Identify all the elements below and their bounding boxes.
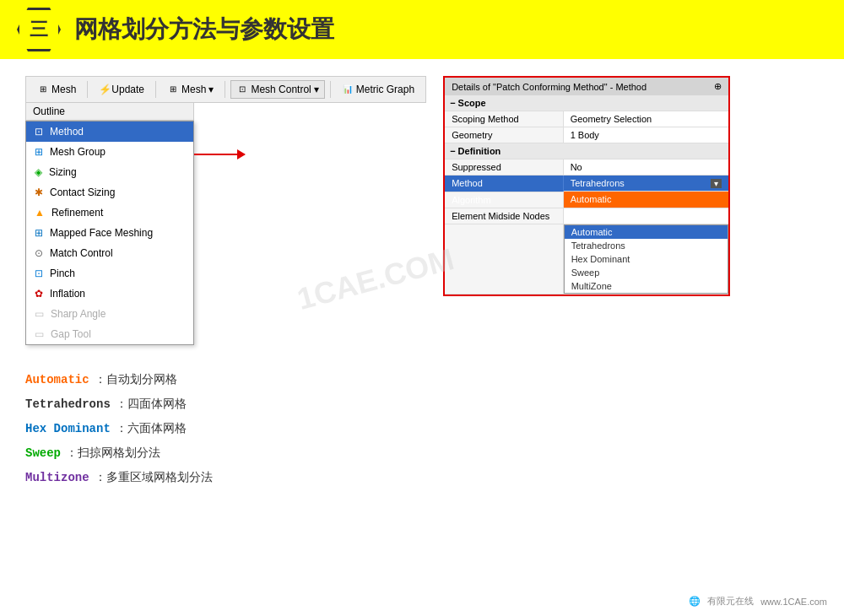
mesh2-button[interactable]: ⊞ Mesh ▾ xyxy=(161,80,219,99)
dropdown-item-method[interactable]: ⊡ Method xyxy=(26,122,193,142)
separator-2 xyxy=(155,81,156,98)
hexagon-label: 三 xyxy=(17,8,61,51)
legend-key-hex: Hex Dominant xyxy=(25,417,111,440)
legend-item-sweep: Sweep ：扫掠网格划分法 xyxy=(25,440,819,465)
legend: Automatic ：自动划分网格 Tetrahedrons ：四面体网格 He… xyxy=(25,359,819,498)
definition-section: − Definition xyxy=(445,143,728,159)
dropdown-menu: ⊡ Method ⊞ Mesh Group ◈ Sizing xyxy=(25,121,194,345)
dropdown-item-refinement[interactable]: ▲ Refinement xyxy=(26,203,193,223)
details-title-text: Details of "Patch Conforming Method" - M… xyxy=(452,82,647,92)
page-title: 网格划分方法与参数设置 xyxy=(74,14,334,46)
dropdown-item-mesh-group[interactable]: ⊞ Mesh Group xyxy=(26,142,193,162)
dropdown-options-row: Automatic Tetrahedrons Hex Dominant Swee… xyxy=(445,224,728,294)
footer-logo-text: 有限元在线 xyxy=(707,595,754,608)
meshgroup-icon: ⊞ xyxy=(35,146,43,158)
gap-icon: ▭ xyxy=(35,328,44,340)
sizing-icon: ◈ xyxy=(35,166,42,178)
legend-item-tetrahedrons: Tetrahedrons ：四面体网格 xyxy=(25,392,819,416)
method-icon: ⊡ xyxy=(35,126,43,138)
metric-graph-button[interactable]: 📊 Metric Graph xyxy=(336,80,420,99)
toolbar: ⊞ Mesh ⚡ Update ⊞ Mesh ▾ ⊡ Mesh Control xyxy=(25,76,426,103)
dropdown-container: Outline ⊡ Method ⊞ Mesh Group xyxy=(25,103,426,345)
details-panel: Details of "Patch Conforming Method" - M… xyxy=(443,76,730,296)
legend-key-automatic: Automatic xyxy=(25,368,89,392)
opt-automatic[interactable]: Automatic xyxy=(565,225,728,239)
scoping-method-row: Scoping Method Geometry Selection xyxy=(445,111,728,127)
mesh-button[interactable]: ⊞ Mesh xyxy=(31,80,82,99)
dropdown-item-match-control[interactable]: ⊙ Match Control xyxy=(26,243,193,263)
footer-url: www.1CAE.com xyxy=(760,597,827,607)
pin-icon[interactable]: ⊕ xyxy=(714,81,722,92)
dropdown-item-inflation[interactable]: ✿ Inflation xyxy=(26,284,193,304)
dropdown-item-contact-sizing[interactable]: ✱ Contact Sizing xyxy=(26,182,193,203)
legend-item-hex: Hex Dominant ：六面体网格 xyxy=(25,416,819,440)
arrow xyxy=(194,154,245,155)
algorithm-row: Algorithm Automatic xyxy=(445,192,728,208)
inflation-icon: ✿ xyxy=(35,288,43,300)
main-content: ⊞ Mesh ⚡ Update ⊞ Mesh ▾ ⊡ Mesh Control xyxy=(0,59,844,515)
legend-item-automatic: Automatic ：自动划分网格 xyxy=(25,367,819,392)
opt-hex-dominant[interactable]: Hex Dominant xyxy=(565,252,728,266)
match-icon: ⊙ xyxy=(35,247,43,259)
arrow-container xyxy=(194,103,245,155)
separator-4 xyxy=(330,81,331,98)
mesh-icon: ⊞ xyxy=(37,84,49,95)
outline-dropdown-wrapper: Outline ⊡ Method ⊞ Mesh Group xyxy=(25,103,194,345)
legend-item-multizone: Multizone ：多重区域网格划分法 xyxy=(25,465,819,489)
update-button[interactable]: ⚡ Update xyxy=(93,80,150,99)
opt-sweep[interactable]: Sweep xyxy=(565,266,728,279)
separator-3 xyxy=(225,81,225,98)
legend-key-tetrahedrons: Tetrahedrons xyxy=(25,392,111,416)
details-title: Details of "Patch Conforming Method" - M… xyxy=(445,78,728,95)
mesh-ctrl-icon: ⊡ xyxy=(236,84,248,95)
collapse-icon2: − xyxy=(450,146,455,156)
method-dropdown-arrow[interactable]: ▾ xyxy=(711,179,722,188)
refinement-icon: ▲ xyxy=(35,207,45,219)
opt-multizone[interactable]: MultiZone xyxy=(565,279,728,293)
dropdown-arrow-mesh: ▾ xyxy=(208,84,214,95)
mesh2-icon: ⊞ xyxy=(167,84,179,95)
method-dropdown-options: Automatic Tetrahedrons Hex Dominant Swee… xyxy=(564,224,729,294)
outline-label: Outline xyxy=(25,103,194,121)
dropdown-item-mapped-face[interactable]: ⊞ Mapped Face Meshing xyxy=(26,223,193,243)
left-panel: ⊞ Mesh ⚡ Update ⊞ Mesh ▾ ⊡ Mesh Control xyxy=(25,76,426,345)
method-row[interactable]: Method Tetrahedrons ▾ xyxy=(445,176,728,192)
pinch-icon: ⊡ xyxy=(35,267,43,279)
contact-icon: ✱ xyxy=(35,186,43,198)
footer-logo: 🌐 xyxy=(689,596,701,607)
mapped-icon: ⊞ xyxy=(35,227,43,239)
ui-area: ⊞ Mesh ⚡ Update ⊞ Mesh ▾ ⊡ Mesh Control xyxy=(25,76,819,345)
dropdown-item-gap-tool: ▭ Gap Tool xyxy=(26,324,193,344)
sharp-icon: ▭ xyxy=(35,308,44,320)
opt-tetrahedrons[interactable]: Tetrahedrons xyxy=(565,239,728,252)
dropdown-arrow-ctrl: ▾ xyxy=(314,84,319,95)
lightning-icon: ⚡ xyxy=(99,84,109,95)
details-table: − Scope Scoping Method Geometry Selectio… xyxy=(445,95,728,294)
collapse-icon: − xyxy=(450,98,455,108)
separator-1 xyxy=(87,81,88,98)
element-midside-row: Element Midside Nodes xyxy=(445,208,728,224)
dropdown-item-sharp-angle: ▭ Sharp Angle xyxy=(26,304,193,324)
chart-icon: 📊 xyxy=(342,84,354,95)
header: 三 网格划分方法与参数设置 xyxy=(0,0,844,59)
suppressed-row: Suppressed No xyxy=(445,159,728,176)
dropdown-item-sizing[interactable]: ◈ Sizing xyxy=(26,162,193,182)
geometry-row: Geometry 1 Body xyxy=(445,127,728,143)
legend-key-multizone: Multizone xyxy=(25,466,89,489)
legend-key-sweep: Sweep xyxy=(25,441,61,465)
footer: 🌐 有限元在线 www.1CAE.com xyxy=(689,595,827,608)
dropdown-item-pinch[interactable]: ⊡ Pinch xyxy=(26,263,193,284)
mesh-control-button[interactable]: ⊡ Mesh Control ▾ xyxy=(230,80,324,99)
scope-section: − Scope xyxy=(445,95,728,111)
